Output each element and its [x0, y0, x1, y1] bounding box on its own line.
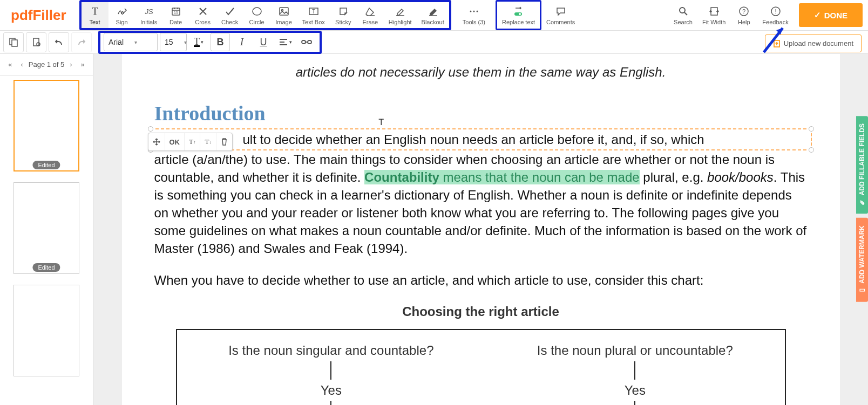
svg-rect-24 — [302, 40, 306, 44]
svg-point-10 — [473, 10, 474, 12]
selection-text: ult to decide whether an English noun ne… — [155, 131, 806, 148]
resize-handle[interactable] — [809, 126, 814, 132]
watermark-icon: ▭ — [858, 287, 866, 294]
add-watermark-tab[interactable]: ▭ADD WATERMARK — [856, 218, 868, 302]
tool-comments[interactable]: Comments — [541, 0, 580, 30]
svg-text:!: ! — [775, 8, 776, 15]
inline-text-toolbar: OK T↑ T↓ — [148, 133, 233, 151]
active-text-selection[interactable]: Ꭲ OK T↑ T↓ ult to decide whether an Engl… — [150, 128, 812, 150]
body-paragraph-2: When you have to decide whether to use a… — [154, 271, 808, 289]
delete-button[interactable] — [216, 133, 232, 150]
last-page-button[interactable]: » — [78, 58, 88, 71]
tool-highlight[interactable]: Highlight — [384, 2, 417, 28]
font-family-select[interactable]: Arial▾ — [104, 33, 158, 51]
svg-point-14 — [680, 8, 685, 13]
textbox-icon: T — [308, 5, 319, 17]
replace-icon — [512, 5, 525, 17]
tool-image[interactable]: Image — [270, 2, 297, 28]
underline-button[interactable]: U — [254, 33, 273, 51]
replace-text-group: Replace text — [496, 0, 541, 30]
highlight-icon — [395, 5, 405, 17]
font-size-select[interactable]: 15▾ — [160, 33, 187, 51]
app-logo: pdfFiller — [0, 0, 77, 30]
sticky-icon — [338, 5, 348, 17]
circle-icon — [252, 5, 262, 17]
tool-fitwidth[interactable]: Fit Width — [697, 0, 730, 30]
flowchart-branch-1: Is the noun singular and countable?Yes — [228, 343, 433, 405]
format-bar-highlight: Arial▾ 15▾ T▾ B I U ▾ — [98, 31, 322, 54]
highlighted-text: Countability — [364, 170, 439, 184]
tool-blackout[interactable]: Blackout — [417, 2, 449, 28]
link-button[interactable] — [297, 33, 316, 51]
tool-circle[interactable]: Circle — [243, 2, 270, 28]
page-indicator: Page 1 of 5 — [29, 60, 65, 68]
upload-document-button[interactable]: Upload new document — [765, 35, 862, 52]
tool-check[interactable]: Check — [216, 2, 243, 28]
body-paragraph: article (a/an/the) to use. The main thin… — [154, 150, 808, 257]
thumbnail-sidebar: « ‹ Page 1 of 5 › » 1 Edited 2 Edited 3 — [0, 54, 93, 405]
resize-handle[interactable] — [148, 126, 153, 132]
document-viewport[interactable]: articles do not necessarily use them in … — [93, 54, 868, 405]
chevron-down-icon: ▾ — [134, 39, 137, 45]
tool-date[interactable]: 15 Date — [162, 2, 189, 28]
date-icon: 15 — [171, 5, 181, 17]
tool-initials[interactable]: JS Initials — [135, 2, 162, 28]
align-button[interactable]: ▾ — [275, 33, 295, 51]
tool-feedback[interactable]: ! Feedback — [757, 0, 793, 30]
svg-rect-5 — [280, 8, 288, 15]
check-icon — [225, 5, 235, 17]
ok-button[interactable]: OK — [165, 133, 185, 150]
svg-rect-25 — [308, 40, 311, 44]
decrease-font-button[interactable]: T↓ — [200, 133, 216, 150]
redo-button[interactable] — [71, 32, 92, 52]
image-icon — [279, 5, 289, 17]
resize-handle[interactable] — [809, 147, 814, 153]
feedback-icon: ! — [770, 5, 781, 17]
svg-rect-22 — [33, 38, 39, 46]
tool-textbox[interactable]: T Text Box — [297, 2, 330, 28]
cross-icon — [198, 5, 208, 17]
edited-badge: Edited — [32, 161, 60, 169]
tools-more[interactable]: Tools (3) — [458, 0, 490, 30]
page-canvas: articles do not necessarily use them in … — [122, 54, 840, 405]
done-button[interactable]: ✓ DONE — [799, 3, 863, 27]
tool-cross[interactable]: Cross — [189, 2, 216, 28]
thumbnail-preview — [13, 80, 79, 171]
svg-rect-21 — [12, 40, 17, 46]
tool-help[interactable]: ? Help — [730, 0, 757, 30]
pages-panel-button[interactable] — [3, 32, 24, 52]
thumbnail-preview — [13, 182, 79, 274]
search-icon — [678, 5, 689, 17]
tool-text[interactable]: T Text — [82, 2, 109, 28]
heading-introduction: Introduction — [154, 101, 808, 125]
help-icon: ? — [738, 5, 749, 17]
tool-sticky[interactable]: Sticky — [330, 2, 357, 28]
first-page-button[interactable]: « — [5, 58, 15, 71]
bold-button[interactable]: B — [211, 33, 230, 51]
svg-point-23 — [37, 43, 40, 46]
add-fillable-fields-tab[interactable]: ✎ADD FILLABLE FIELDS — [856, 116, 868, 214]
tool-sign[interactable]: Sign — [109, 2, 135, 28]
tool-search[interactable]: Search — [669, 0, 697, 30]
right-side-tabs: ✎ADD FILLABLE FIELDS ▭ADD WATERMARK — [856, 116, 868, 302]
next-page-button[interactable]: › — [66, 58, 75, 71]
chart-title: Choosing the right article — [154, 304, 808, 319]
page-settings-button[interactable] — [26, 32, 46, 52]
move-handle[interactable] — [148, 133, 165, 150]
thumbnail-2[interactable]: 2 Edited — [13, 182, 79, 274]
upload-icon — [773, 40, 781, 47]
prev-page-button[interactable]: ‹ — [17, 58, 26, 71]
tool-erase[interactable]: Erase — [357, 2, 384, 28]
text-icon: T — [90, 5, 100, 17]
svg-text:T: T — [312, 9, 315, 15]
font-color-button[interactable]: T▾ — [189, 33, 208, 51]
undo-button[interactable] — [49, 32, 69, 52]
thumbnail-1[interactable]: 1 Edited — [13, 80, 79, 171]
svg-point-13 — [519, 13, 521, 15]
text-cursor-icon: Ꭲ — [379, 118, 384, 127]
thumbnail-3[interactable]: 3 — [13, 285, 79, 376]
tool-replace-text[interactable]: Replace text — [497, 2, 540, 29]
page-nav: « ‹ Page 1 of 5 › » — [0, 54, 93, 75]
increase-font-button[interactable]: T↑ — [185, 133, 200, 150]
italic-button[interactable]: I — [232, 33, 252, 51]
